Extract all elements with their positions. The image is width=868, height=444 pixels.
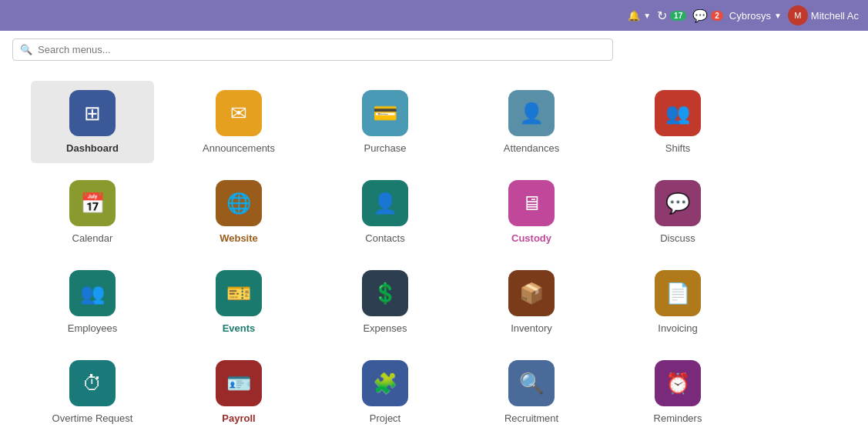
topbar: 🔔 ▼ ↻ 17 💬 2 Cybrosys ▼ M Mitchell Ac <box>0 0 868 31</box>
shifts-icon: 👥 <box>655 90 701 136</box>
menu-item-overtime[interactable]: ⏱Overtime Request <box>31 351 154 433</box>
search-input[interactable] <box>12 38 613 61</box>
menu-item-expenses[interactable]: 💲Expenses <box>323 261 447 343</box>
recruitment-icon: 🔍 <box>508 360 555 406</box>
website-label: Website <box>220 232 258 244</box>
payroll-icon: 🪪 <box>216 360 262 406</box>
chat-icon: 💬 <box>692 8 708 23</box>
discuss-label: Discuss <box>660 232 695 244</box>
events-label: Events <box>223 322 256 334</box>
reminders-label: Reminders <box>654 412 702 424</box>
menu-item-attendances[interactable]: 👤Attendances <box>470 81 593 163</box>
menu-item-custody[interactable]: 🖥Custody <box>470 171 593 253</box>
main-content: ⊞Dashboard✉Announcements💳Purchase👤Attend… <box>0 68 868 444</box>
project-icon: 🧩 <box>362 360 408 406</box>
custody-label: Custody <box>511 232 551 244</box>
menu-item-timesheets[interactable]: ⏱Timesheets <box>470 441 593 444</box>
menu-item-transfers[interactable]: 📍Transfers <box>616 441 739 444</box>
overtime-icon: ⏱ <box>69 360 116 406</box>
menu-item-timeoff[interactable]: 👤Time Off <box>323 441 447 444</box>
expenses-icon: 💲 <box>362 270 408 316</box>
attendances-icon: 👤 <box>508 90 555 136</box>
menu-grid: ⊞Dashboard✉Announcements💳Purchase👤Attend… <box>31 81 837 444</box>
custody-icon: 🖥 <box>508 180 555 226</box>
overtime-label: Overtime Request <box>52 412 133 424</box>
employees-icon: 👥 <box>69 270 116 316</box>
menu-item-contacts[interactable]: 👤Contacts <box>323 171 447 253</box>
search-icon: 🔍 <box>20 44 32 55</box>
company-dropdown-icon: ▼ <box>774 12 782 20</box>
bell-dropdown-icon: ▼ <box>643 12 651 20</box>
contacts-icon: 👤 <box>362 180 408 226</box>
project-label: Project <box>370 412 400 424</box>
website-icon: 🌐 <box>216 180 262 226</box>
refresh-icon: ↻ <box>657 8 667 23</box>
reminders-icon: ⏰ <box>655 360 701 406</box>
menu-item-invoicing[interactable]: 📄Invoicing <box>616 261 739 343</box>
company-name: Cybrosys <box>729 10 771 22</box>
inventory-icon: 📦 <box>508 270 555 316</box>
employees-label: Employees <box>68 322 117 334</box>
menu-item-website[interactable]: 🌐Website <box>177 171 300 253</box>
payroll-label: Payroll <box>222 412 255 424</box>
chat-button[interactable]: 💬 2 <box>692 8 723 23</box>
menu-item-shifts[interactable]: 👥Shifts <box>616 81 739 163</box>
shifts-label: Shifts <box>665 142 691 154</box>
dashboard-label: Dashboard <box>66 142 119 154</box>
announcements-label: Announcements <box>203 142 275 154</box>
menu-item-payroll[interactable]: 🪪Payroll <box>177 351 300 433</box>
recruitment-label: Recruitment <box>504 412 558 424</box>
menu-item-inventory[interactable]: 📦Inventory <box>470 261 593 343</box>
menu-item-resignation[interactable]: 🚪Resignation <box>31 441 154 444</box>
events-icon: 🎫 <box>216 270 262 316</box>
menu-item-project[interactable]: 🧩Project <box>323 351 447 433</box>
bell-icon: 🔔 <box>628 10 640 22</box>
attendances-label: Attendances <box>504 142 559 154</box>
menu-item-recruitment[interactable]: 🔍Recruitment <box>470 351 593 433</box>
menu-item-calendar[interactable]: 📅Calendar <box>31 171 154 253</box>
invoicing-label: Invoicing <box>658 322 697 334</box>
invoicing-icon: 📄 <box>655 270 701 316</box>
menu-item-purchase[interactable]: 💳Purchase <box>323 81 447 163</box>
user-menu[interactable]: M Mitchell Ac <box>788 5 859 25</box>
search-bar: 🔍 <box>0 31 868 68</box>
notification-bell[interactable]: 🔔 ▼ <box>628 10 651 22</box>
calendar-icon: 📅 <box>69 180 116 226</box>
calendar-label: Calendar <box>72 232 113 244</box>
menu-item-announcements[interactable]: ✉Announcements <box>177 81 300 163</box>
dashboard-icon: ⊞ <box>69 90 116 136</box>
expenses-label: Expenses <box>363 322 407 334</box>
search-wrapper: 🔍 <box>12 38 613 61</box>
menu-item-surveys[interactable]: 📋Surveys <box>177 441 300 444</box>
company-selector[interactable]: Cybrosys ▼ <box>729 10 782 22</box>
user-name: Mitchell Ac <box>811 10 859 22</box>
menu-item-reminders[interactable]: ⏰Reminders <box>616 351 739 433</box>
menu-item-events[interactable]: 🎫Events <box>177 261 300 343</box>
chat-badge: 2 <box>711 11 723 21</box>
menu-item-dashboard[interactable]: ⊞Dashboard <box>31 81 154 163</box>
menu-item-employees[interactable]: 👥Employees <box>31 261 154 343</box>
refresh-badge: 17 <box>670 11 686 21</box>
announcements-icon: ✉ <box>216 90 262 136</box>
menu-item-discuss[interactable]: 💬Discuss <box>616 171 739 253</box>
contacts-label: Contacts <box>365 232 404 244</box>
refresh-button[interactable]: ↻ 17 <box>657 8 686 23</box>
discuss-icon: 💬 <box>655 180 701 226</box>
inventory-label: Inventory <box>511 322 551 334</box>
user-avatar: M <box>788 5 808 25</box>
purchase-icon: 💳 <box>362 90 408 136</box>
purchase-label: Purchase <box>364 142 407 154</box>
